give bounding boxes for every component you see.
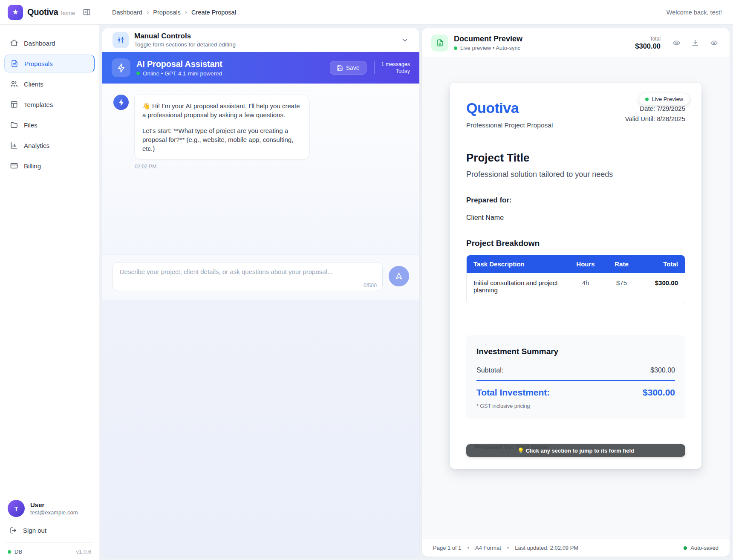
chat-messages-area: 👋 Hi! I'm your AI proposal assistant. I'… [102,84,419,254]
breadcrumb-dashboard[interactable]: Dashboard [112,9,142,16]
project-breakdown-title: Project Breakdown [466,239,685,248]
header-total-block: Total $300.00 [635,36,661,50]
manual-controls-subtitle: Toggle form sections for detailed editin… [134,41,236,48]
sidebar-item-files[interactable]: Files [4,116,95,134]
zap-avatar-icon [113,95,129,110]
ai-assistant-status: Online • GPT-4.1-mini powered [143,70,222,77]
download-icon[interactable] [689,37,701,49]
eye-icon[interactable] [670,37,683,49]
proposal-document[interactable]: Quotiva Professional Project Proposal Li… [450,83,701,469]
db-status-row: DB v1.0.6 [8,548,91,555]
zap-icon [112,58,130,77]
table-header-row: Task Description Hours Rate Total [467,255,685,273]
app-logo: ★ [8,5,23,20]
ai-assistant-header: AI Proposal Assistant Online • GPT-4.1-m… [102,52,419,84]
cell-task: Initial consultation and project plannin… [467,273,567,304]
logout-icon [9,526,17,534]
avatar: T [8,500,25,517]
page-indicator: Page 1 of 1 [433,545,462,551]
sidebar-collapse-icon[interactable] [83,8,91,16]
chat-panel: Manual Controls Toggle form sections for… [102,28,419,557]
prepared-for-label: Prepared for: [466,196,685,205]
autosave-status: Auto-saved [684,545,719,551]
autosave-label: Auto-saved [690,545,719,551]
brand-zone: ★ Quotiva home [0,5,99,20]
gst-note: * GST inclusive pricing [476,403,675,409]
sidebar-item-label: Dashboard [24,40,55,47]
sidebar-item-label: Files [24,121,38,129]
chat-input-bar: 0/500 [102,254,419,300]
layout-template-icon [10,100,18,109]
save-button[interactable]: Save [330,61,366,75]
manual-controls-header[interactable]: Manual Controls Toggle form sections for… [102,28,419,52]
breadcrumb-separator: › [147,9,149,16]
cell-rate: $75 [604,273,639,304]
sidebar-item-clients[interactable]: Clients [4,75,95,93]
visibility-icon[interactable] [707,37,720,49]
sidebar-nav: Dashboard Proposals Clients Templates Fi… [0,25,99,175]
format-indicator: A4 Format [475,545,501,551]
col-hours: Hours [567,255,604,273]
sidebar-item-dashboard[interactable]: Dashboard [4,34,95,52]
brand-suffix: home [61,10,75,16]
total-label: Total [635,36,661,42]
user-row[interactable]: T User test@example.com [8,500,91,517]
document-preview-panel: Document Preview Live preview • Auto-syn… [422,28,730,557]
breadcrumb-proposals[interactable]: Proposals [153,9,180,16]
app-version: v1.0.6 [76,548,91,555]
messages-meta: 1 messages Today [374,61,410,74]
document-subtitle: Professional Project Proposal [466,121,553,129]
welcome-message: Welcome back, test! [667,9,733,16]
document-date: Date: 7/29/2025 [625,105,685,112]
sidebar-item-label: Billing [24,162,41,170]
manual-controls-title: Manual Controls [134,32,236,40]
subtotal-value: $300.00 [650,367,675,374]
footer-separator: • [507,545,509,551]
project-title[interactable]: Project Title [466,151,685,165]
user-email: test@example.com [30,509,78,516]
col-rate: Rate [604,255,639,273]
document-valid-until: Valid Until: 8/28/2025 [625,115,685,122]
chat-input[interactable] [113,262,383,291]
preview-footer: Page 1 of 1 • A4 Format • Last updated: … [422,539,730,557]
preview-body: Quotiva Professional Project Proposal Li… [422,58,730,539]
badge-label: Live Preview [652,96,683,102]
breadcrumb-separator: › [185,9,187,16]
preview-status-text: Live preview • Auto-sync [460,45,520,51]
breakdown-table[interactable]: Task Description Hours Rate Total Initia… [466,255,685,304]
sliders-icon [113,32,129,48]
top-header: ★ Quotiva home Dashboard › Proposals › C… [0,0,733,25]
messages-count: 1 messages [381,61,410,67]
client-name[interactable]: Client Name [466,214,685,222]
star-icon: ★ [12,8,18,17]
divider [6,542,93,543]
sidebar-item-billing[interactable]: Billing [4,157,95,175]
credit-card-icon [10,162,18,170]
project-subtitle[interactable]: Professional solution tailored to your n… [466,170,685,179]
sidebar-item-proposals[interactable]: Proposals [4,55,95,72]
document-meta: Live Preview Date: 7/29/2025 Valid Until… [625,100,685,129]
online-status-dot [136,72,140,75]
file-text-icon [10,59,19,68]
sidebar-item-label: Proposals [24,60,53,67]
table-row[interactable]: Initial consultation and project plannin… [467,273,685,304]
investment-summary[interactable]: Investment Summary Subtotal: $300.00 Tot… [466,335,685,419]
chevron-down-icon[interactable] [401,36,409,44]
col-task: Task Description [467,255,567,273]
col-total: Total [639,255,685,273]
jump-tooltip: 💡 Click any section to jump to its form … [466,444,685,457]
breadcrumb-create-proposal: Create Proposal [191,9,236,16]
sidebar-item-analytics[interactable]: Analytics [4,136,95,154]
bar-chart-icon [10,141,18,150]
send-button[interactable] [389,266,409,286]
user-name: User [30,501,78,508]
messages-day: Today [381,68,410,74]
total-value: $300.00 [635,42,661,50]
breadcrumb: Dashboard › Proposals › Create Proposal [112,9,236,16]
sidebar-item-templates[interactable]: Templates [4,95,95,113]
users-icon [10,80,18,88]
sign-out-button[interactable]: Sign out [9,526,91,534]
cell-total: $300.00 [639,273,685,304]
live-preview-badge: Live Preview [639,93,690,105]
footer-separator: • [468,545,470,551]
